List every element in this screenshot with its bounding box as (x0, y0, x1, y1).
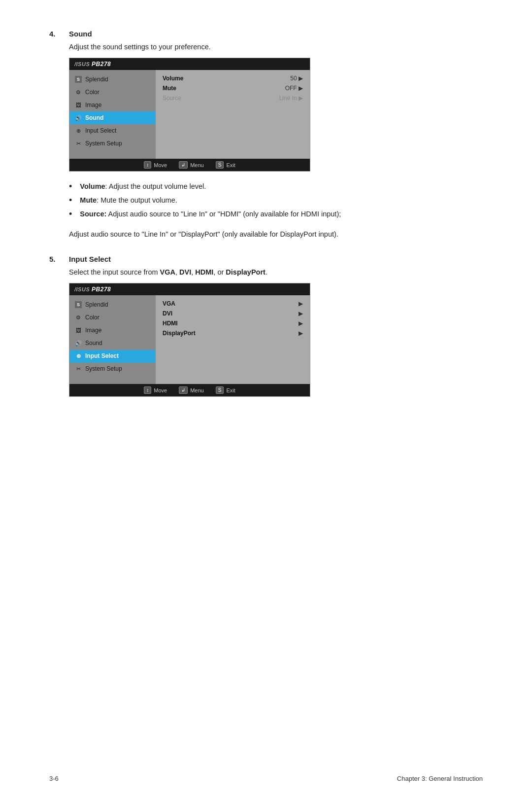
bullet-mute-text: Mute: Mute the output volume. (80, 195, 177, 206)
sidebar2-item-system: ✂ System Setup (69, 362, 156, 375)
bullet-source-text: Source: Adjust audio source to "Line In"… (80, 209, 341, 220)
exit-icon-2: S (216, 386, 224, 394)
exit-label-2: Exit (226, 387, 235, 393)
osd-body: S Splendid ⚙ Color 🖼 Image 🔊 Sound ⊕ (69, 70, 310, 159)
vga-arrow: ▶ (299, 300, 303, 307)
sidebar-item-image: 🖼 Image (69, 99, 156, 111)
sidebar-item-input: ⊕ Input Select (69, 124, 156, 137)
bullet-mute: Mute: Mute the output volume. (69, 195, 483, 206)
osd-body-2: S Splendid ⚙ Color 🖼 Image 🔊 Sound ⊕ (69, 295, 310, 384)
sidebar-item-system: ✂ System Setup (69, 137, 156, 150)
system-label-2: System Setup (85, 365, 122, 372)
footer-exit: S Exit (216, 161, 235, 169)
section-4-sub-para: Adjust audio source to "Line In" or "Dis… (69, 229, 483, 240)
volume-row: Volume 50 ▶ (163, 75, 303, 82)
sidebar2-item-image: 🖼 Image (69, 324, 156, 337)
dvi-arrow: ▶ (299, 310, 303, 317)
section-4-number: 4. (49, 30, 61, 38)
displayport-term: DisplayPort (226, 268, 266, 276)
exit-icon: S (216, 161, 224, 169)
image-label: Image (85, 102, 101, 108)
dvi-term: DVI (179, 268, 191, 276)
model-label-2: PB278 (92, 286, 111, 293)
vga-row: VGA ▶ (163, 300, 303, 307)
splendid-label-2: Splendid (85, 301, 108, 308)
section-5-title: Input Select (69, 255, 111, 263)
page-footer: 3-6 Chapter 3: General Instruction (49, 775, 483, 782)
sound-icon-2: 🔊 (74, 339, 82, 347)
hdmi-row: HDMI ▶ (163, 320, 303, 327)
sidebar2-item-splendid: S Splendid (69, 298, 156, 311)
image-label-2: Image (85, 327, 101, 334)
osd-titlebar-2: /ISUS PB278 (69, 283, 310, 295)
hdmi-arrow: ▶ (299, 320, 303, 327)
sound-label: Sound (85, 114, 103, 121)
hdmi-label: HDMI (163, 320, 178, 327)
input-icon-2: ⊕ (74, 352, 82, 360)
move-icon: ↕ (144, 161, 151, 169)
image-icon: 🖼 (74, 101, 82, 109)
osd-footer-input: ↕ Move ↲ Menu S Exit (69, 384, 310, 396)
bullet-volume-text: Volume: Adjust the output volume level. (80, 181, 206, 192)
osd-titlebar: /ISUS PB278 (69, 58, 310, 70)
move-label-2: Move (154, 387, 167, 393)
system-icon-2: ✂ (74, 365, 82, 373)
vga-term: VGA (160, 268, 175, 276)
sidebar-item-splendid: S Splendid (69, 73, 156, 86)
input-icon: ⊕ (74, 127, 82, 135)
mute-label: Mute (163, 85, 176, 92)
menu-label-2: Menu (190, 387, 204, 393)
mute-value: OFF ▶ (285, 85, 303, 92)
displayport-arrow: ▶ (299, 330, 303, 337)
color-label-2: Color (85, 314, 100, 321)
volume-value: 50 ▶ (290, 75, 303, 82)
section-5: 5. Input Select Select the input source … (49, 255, 483, 397)
menu-label: Menu (190, 162, 204, 168)
move-icon-2: ↕ (144, 386, 151, 394)
footer-menu-2: ↲ Menu (179, 386, 204, 394)
sound-icon: 🔊 (74, 114, 82, 122)
sound-label-2: Sound (85, 340, 102, 347)
sidebar2-item-color: ⚙ Color (69, 311, 156, 324)
color-label: Color (85, 89, 100, 96)
image-icon-2: 🖼 (74, 326, 82, 334)
displayport-row: DisplayPort ▶ (163, 330, 303, 337)
section-5-heading: 5. Input Select (49, 255, 483, 263)
chapter-reference: Chapter 3: General Instruction (397, 775, 483, 782)
sidebar-item-color: ⚙ Color (69, 86, 156, 99)
splendid-icon-2: S (74, 301, 82, 309)
input-label: Input Select (85, 127, 116, 134)
menu-icon-2: ↲ (179, 386, 188, 394)
osd-sound-screenshot: /ISUS PB278 S Splendid ⚙ Color 🖼 Image 🔊 (69, 58, 310, 172)
footer-exit-2: S Exit (216, 386, 235, 394)
brand-label-2: /ISUS (74, 286, 90, 292)
system-icon: ✂ (74, 139, 82, 147)
sidebar-item-sound: 🔊 Sound (69, 111, 156, 124)
move-label: Move (154, 162, 167, 168)
exit-label: Exit (226, 162, 235, 168)
page-number: 3-6 (49, 775, 59, 782)
hdmi-term: HDMI (195, 268, 213, 276)
mute-row: Mute OFF ▶ (163, 85, 303, 92)
splendid-icon: S (74, 75, 82, 83)
input-label-2: Input Select (85, 352, 119, 359)
section-4-heading: 4. Sound (49, 30, 483, 38)
osd-content-input: VGA ▶ DVI ▶ HDMI ▶ DisplayPort ▶ (156, 295, 310, 384)
osd-content-sound: Volume 50 ▶ Mute OFF ▶ Source Line In ▶ (156, 70, 310, 159)
model-label: PB278 (92, 61, 111, 68)
dvi-row: DVI ▶ (163, 310, 303, 317)
volume-label: Volume (163, 75, 183, 82)
section-4-bullets: Volume: Adjust the output volume level. … (69, 181, 483, 219)
section-4-desc: Adjust the sound settings to your prefer… (69, 43, 483, 51)
bullet-volume: Volume: Adjust the output volume level. (69, 181, 483, 192)
source-label: Source (163, 95, 181, 102)
sidebar2-item-input: ⊕ Input Select (69, 349, 156, 362)
osd-sidebar: S Splendid ⚙ Color 🖼 Image 🔊 Sound ⊕ (69, 70, 156, 159)
section-5-desc: Select the input source from VGA, DVI, H… (69, 268, 483, 276)
brand-label: /ISUS (74, 61, 90, 67)
section-4: 4. Sound Adjust the sound settings to yo… (49, 30, 483, 240)
dvi-label: DVI (163, 310, 172, 317)
footer-menu: ↲ Menu (179, 161, 204, 169)
footer-move: ↕ Move (144, 161, 167, 169)
color-icon: ⚙ (74, 88, 82, 96)
